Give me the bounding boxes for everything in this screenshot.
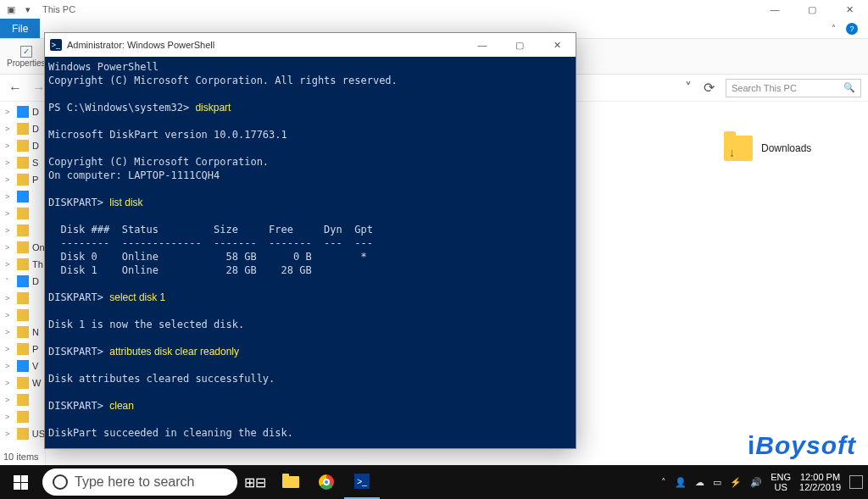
- tray-language[interactable]: ENG US: [771, 472, 791, 492]
- nav-label: S: [32, 158, 38, 168]
- ps-minimize-button[interactable]: —: [464, 36, 501, 54]
- file-tab[interactable]: File: [0, 19, 40, 38]
- action-center-icon[interactable]: [849, 475, 863, 489]
- nav-label: P: [32, 175, 38, 185]
- folder-icon: [17, 241, 29, 253]
- nav-item[interactable]: ˅D: [0, 273, 45, 290]
- status-item-count: 10 items: [3, 452, 39, 462]
- nav-item[interactable]: >: [0, 222, 45, 239]
- system-tray: ˄ 👤 ☁ ▭ ⚡ 🔊 ENG US 12:00 PM 12/2/2019: [656, 472, 868, 492]
- folder-icon: [17, 123, 29, 135]
- ps-close-button[interactable]: ✕: [538, 36, 576, 54]
- folder-icon: [17, 275, 29, 287]
- explorer-titlebar[interactable]: ▣ ▾ This PC — ▢ ✕: [0, 0, 868, 19]
- minimize-button[interactable]: —: [756, 0, 793, 19]
- tray-chevron-icon[interactable]: ˄: [661, 477, 666, 488]
- window-title: This PC: [39, 4, 75, 14]
- refresh-icon[interactable]: ⟳: [704, 80, 719, 96]
- tray-onedrive-icon[interactable]: ☁: [695, 477, 704, 488]
- chevron-icon: >: [5, 379, 14, 387]
- nav-item[interactable]: >: [0, 290, 45, 307]
- nav-label: V: [32, 361, 38, 371]
- chevron-icon: >: [5, 294, 14, 302]
- ribbon-label: Properties: [7, 58, 46, 68]
- search-input[interactable]: Search This PC 🔍: [726, 79, 861, 97]
- nav-item[interactable]: >D: [0, 120, 45, 137]
- nav-item[interactable]: >US: [0, 425, 45, 442]
- ribbon-chevron-icon[interactable]: ˄: [832, 24, 836, 33]
- tray-battery-icon[interactable]: ▭: [713, 477, 721, 488]
- nav-item[interactable]: >S: [0, 154, 45, 171]
- folder-icon: [17, 411, 29, 423]
- folder-icon: [17, 377, 29, 389]
- folder-label: Downloads: [761, 142, 811, 154]
- folder-icon: [17, 225, 29, 236]
- chevron-icon: >: [5, 260, 14, 269]
- taskbar-chrome[interactable]: [309, 465, 344, 499]
- nav-label: D: [32, 107, 39, 117]
- task-view-button[interactable]: ⊞⊟: [237, 465, 273, 499]
- nav-item[interactable]: >: [0, 408, 45, 425]
- taskbar-powershell[interactable]: [344, 465, 380, 499]
- folder-icon: [17, 191, 29, 202]
- nav-label: D: [32, 276, 39, 286]
- navigation-pane[interactable]: >D>D>D>S>P>>>>On>Th˅D>>>N>P>V>W>>>US: [0, 102, 46, 465]
- maximize-button[interactable]: ▢: [793, 0, 831, 19]
- chevron-icon: >: [5, 396, 14, 404]
- folder-icon: [17, 428, 29, 440]
- tray-volume-icon[interactable]: 🔊: [750, 477, 762, 488]
- folder-icon: [17, 309, 29, 321]
- ps-maximize-button[interactable]: ▢: [501, 36, 538, 54]
- folder-icon: [17, 292, 29, 304]
- nav-item[interactable]: >P: [0, 341, 45, 358]
- nav-item[interactable]: >D: [0, 137, 45, 154]
- watermark-logo: iBoysoft: [748, 433, 856, 458]
- powershell-window[interactable]: >_ Administrator: Windows PowerShell — ▢…: [44, 32, 576, 449]
- taskbar-search[interactable]: Type here to search: [42, 469, 237, 496]
- taskbar-explorer[interactable]: [273, 465, 309, 499]
- chevron-icon: >: [5, 209, 14, 218]
- start-button[interactable]: [0, 465, 41, 499]
- close-button[interactable]: ✕: [831, 0, 868, 19]
- nav-label: N: [32, 327, 39, 337]
- chevron-icon: >: [5, 345, 14, 353]
- tray-people-icon[interactable]: 👤: [675, 477, 687, 488]
- nav-item[interactable]: >On: [0, 239, 45, 256]
- chevron-icon: ˅: [5, 277, 14, 286]
- folder-icon: [17, 174, 29, 186]
- tray-clock[interactable]: 12:00 PM 12/2/2019: [799, 472, 841, 492]
- nav-item[interactable]: >P: [0, 171, 45, 188]
- folder-icon: ↓: [724, 136, 753, 161]
- windows-logo-icon: [14, 475, 28, 490]
- tray-network-icon[interactable]: ⚡: [730, 477, 742, 488]
- powershell-terminal[interactable]: Windows PowerShell Copyright (C) Microso…: [45, 57, 576, 448]
- qat-icon[interactable]: ▾: [22, 3, 34, 15]
- folder-icon: [17, 140, 29, 152]
- nav-item[interactable]: >D: [0, 103, 45, 120]
- chevron-icon: >: [5, 192, 14, 201]
- chevron-icon: >: [5, 158, 14, 167]
- powershell-titlebar[interactable]: >_ Administrator: Windows PowerShell — ▢…: [45, 33, 576, 57]
- powershell-taskbar-icon: [354, 474, 370, 489]
- nav-item[interactable]: >Th: [0, 256, 45, 273]
- nav-item[interactable]: >: [0, 188, 45, 205]
- search-placeholder: Search This PC: [732, 83, 797, 93]
- chevron-icon: >: [5, 413, 14, 421]
- nav-item[interactable]: >: [0, 205, 45, 222]
- back-button[interactable]: ←: [7, 80, 24, 97]
- help-icon[interactable]: ?: [846, 23, 858, 35]
- nav-item[interactable]: >: [0, 307, 45, 324]
- nav-item[interactable]: >N: [0, 324, 45, 341]
- chevron-icon: >: [5, 141, 14, 150]
- nav-item[interactable]: >V: [0, 358, 45, 374]
- address-dropdown-icon[interactable]: ˅: [685, 80, 697, 96]
- folder-icon: [17, 343, 29, 355]
- chevron-icon: >: [5, 362, 14, 370]
- ribbon-properties[interactable]: Properties: [7, 46, 46, 68]
- downloads-folder[interactable]: ↓ Downloads: [724, 136, 811, 161]
- nav-item[interactable]: >W: [0, 374, 45, 391]
- chevron-icon: >: [5, 108, 14, 116]
- nav-item[interactable]: >: [0, 391, 45, 408]
- chevron-icon: >: [5, 328, 14, 336]
- chevron-icon: >: [5, 175, 14, 184]
